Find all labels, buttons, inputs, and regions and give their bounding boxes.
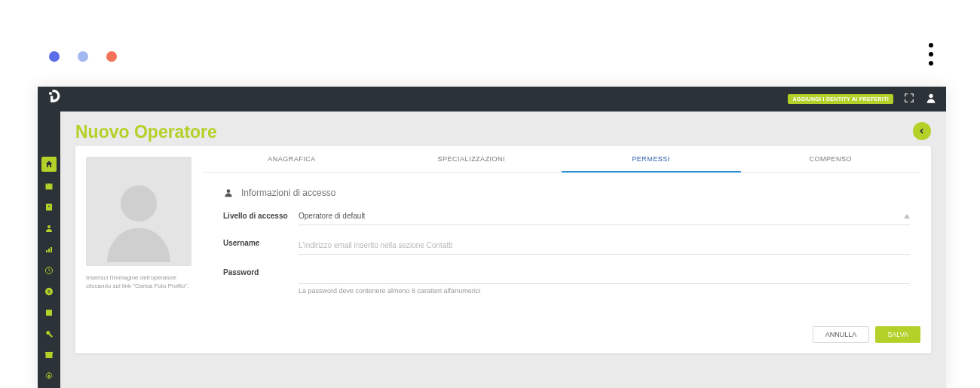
sidebar-item-contacts[interactable] [42,200,56,214]
sidebar-item-settings[interactable] [42,369,56,383]
back-button[interactable] [913,122,931,140]
tab-anagrafica[interactable]: ANAGRAFICA [202,146,381,172]
svg-rect-10 [51,247,52,252]
select-access-level-value: Operatore di default [299,212,365,220]
svg-rect-14 [46,310,52,316]
select-access-level[interactable]: Operatore di default [299,210,910,225]
sidebar-item-archive[interactable] [42,348,56,362]
input-password[interactable] [299,269,910,284]
avatar-placeholder[interactable] [86,157,191,266]
tabs: ANAGRAFICA SPECIALIZZAZIONI PERMESSI COM… [202,146,920,173]
content-area: Nuovo Operatore Inserisci l'immagine del… [60,112,946,388]
fullscreen-icon[interactable] [904,93,914,106]
row-username: Username [223,237,910,255]
form-panel: ANAGRAFICA SPECIALIZZAZIONI PERMESSI COM… [202,146,931,353]
svg-point-18 [121,185,157,221]
svg-rect-2 [46,184,53,190]
app-frame: AGGIUNGI I DENTITY AI PREFERITI [38,87,946,388]
favorites-badge[interactable]: AGGIUNGI I DENTITY AI PREFERITI [788,94,893,104]
window-dot-2[interactable] [78,51,88,62]
cancel-button[interactable]: ANNULLA [813,326,870,343]
window-dot-3[interactable] [106,51,117,62]
sidebar-item-tools[interactable] [42,327,56,341]
panel-footer: ANNULLA SALVA [813,326,920,343]
sidebar-item-money[interactable]: $ [42,285,56,298]
svg-rect-9 [48,249,50,252]
topbar: AGGIUNGI I DENTITY AI PREFERITI [38,87,946,112]
avatar-hint: Inserisci l'immagine dell'operatore clic… [86,273,191,290]
window-controls [49,51,117,62]
svg-rect-4 [51,182,51,185]
sidebar-item-user[interactable] [42,221,56,235]
sidebar: $ [38,112,60,388]
svg-point-7 [47,225,51,228]
dropdown-caret-icon [904,214,910,218]
avatar-panel: Inserisci l'immagine dell'operatore clic… [75,146,202,353]
save-button[interactable]: SALVA [875,326,920,343]
svg-point-0 [49,92,52,95]
sidebar-item-stats[interactable] [42,243,56,256]
main-panel: Inserisci l'immagine dell'operatore clic… [75,146,931,353]
sidebar-item-reports[interactable] [42,306,56,319]
svg-rect-8 [46,250,47,252]
label-username: Username [223,237,299,247]
password-hint: La password deve contenere almeno 8 cara… [299,287,910,295]
svg-rect-3 [47,182,47,185]
section-title: Informazioni di accesso [241,188,335,198]
browser-chrome [0,0,980,87]
tab-specializzazioni[interactable]: SPECIALIZZAZIONI [381,146,561,172]
sidebar-item-home[interactable] [41,157,57,172]
tab-permessi[interactable]: PERMESSI [562,146,741,172]
sidebar-item-time[interactable] [42,264,56,277]
svg-point-17 [48,375,51,377]
svg-rect-15 [46,353,53,358]
svg-point-1 [929,93,933,97]
user-icon[interactable] [925,92,937,107]
person-icon [223,188,234,198]
access-info-section: Informazioni di accesso Livello di acces… [202,173,920,295]
section-header: Informazioni di accesso [223,188,910,198]
app-logo[interactable] [47,90,62,108]
browser-menu-icon[interactable] [929,43,933,66]
input-username[interactable] [299,240,910,255]
window-dot-1[interactable] [49,51,60,62]
tab-compenso[interactable]: COMPENSO [741,146,920,172]
svg-rect-16 [45,352,53,353]
row-password: Password La password deve contenere alme… [223,267,910,295]
browser-window: AGGIUNGI I DENTITY AI PREFERITI [0,0,980,388]
page-title: Nuovo Operatore [75,122,931,142]
svg-point-6 [48,206,50,207]
label-access-level: Livello di accesso [223,210,299,220]
sidebar-item-calendar[interactable] [42,179,56,193]
svg-point-19 [227,189,231,193]
label-password: Password [223,267,299,276]
row-access-level: Livello di accesso Operatore di default [223,210,910,225]
